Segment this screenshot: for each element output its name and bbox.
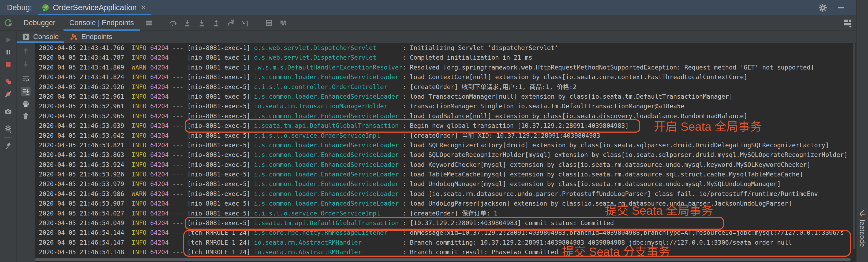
divider [257,18,257,28]
debug-label: Debug: [7,3,32,12]
tab-console[interactable]: Console [17,31,64,43]
scroll-to-end-icon[interactable] [21,87,31,96]
divider [161,18,161,28]
log-line: 2020-04-05 21:46:52.961 INFO 64204 --- [… [39,92,848,101]
restore-layout-icon[interactable] [843,18,852,28]
clear-all-icon[interactable] [21,111,31,121]
log-line: 2020-04-05 21:46:52.961 INFO 64204 --- [… [39,101,848,111]
log-line: 2020-04-05 21:46:53.821 INFO 64204 --- [… [39,140,848,150]
leetcode-label: leetcode [858,220,866,247]
leetcode-tool-button[interactable]: leetcode [858,209,866,247]
step-over-icon[interactable] [168,19,177,27]
soft-wrap-icon[interactable] [21,74,31,84]
log-line: 2020-04-05 21:46:52.926 INFO 64204 --- [… [39,82,848,92]
thread-dump-camera-icon[interactable] [3,107,13,116]
run-config-tab[interactable]: OrderServiceApplication ✕ [38,0,151,15]
step-into-icon[interactable] [183,19,191,27]
menu-icon[interactable] [145,19,153,27]
step-out-icon[interactable] [212,19,220,27]
log-line: 2020-04-05 21:46:53.986 WARN 64204 --- [… [39,189,848,199]
settings-gear-icon[interactable] [818,3,827,12]
tab-debugger[interactable]: Debugger [17,15,62,31]
console-icon [22,33,30,41]
resume-icon[interactable] [3,35,13,45]
titlebar: Debug: OrderServiceApplication ✕ [0,0,856,15]
stop-icon[interactable] [3,60,13,69]
log-line: 2020-04-05 21:46:53.924 INFO 64204 --- [… [39,160,848,170]
divider [4,103,12,103]
endpoints-icon [69,33,78,41]
log-line: 2020-04-05 21:46:53.926 INFO 64204 --- [… [39,170,848,179]
console-output[interactable]: 2020-04-05 21:43:41.766 INFO 64204 --- [… [35,43,856,262]
log-line: 2020-04-05 21:46:53.987 INFO 64204 --- [… [39,199,848,208]
spring-boot-run-icon [41,3,50,12]
debugger-strip [0,31,17,262]
vertical-scrollbar[interactable] [853,43,856,249]
debugger-settings-gear-icon[interactable] [3,124,13,134]
log-line: 2020-04-05 21:46:54.049 INFO 64204 --- [… [39,218,848,228]
down-stack-icon[interactable] [21,59,31,68]
log-line: 2020-04-05 21:46:54.148 INFO 64204 --- [… [39,247,848,257]
console-strip [17,43,35,262]
pin-tab-icon[interactable] [3,142,13,151]
annotation-begin-global-tx: 开启 Seata 全局事务 [654,117,762,134]
right-tool-strip: leetcode [856,0,868,262]
log-line: 2020-04-05 21:43:41.809 WARN 64204 --- [… [39,63,848,72]
log-line: 2020-04-05 21:43:41.787 INFO 64204 --- [… [39,53,848,62]
mute-breakpoints-icon[interactable] [3,89,13,99]
log-line: 2020-04-05 21:46:53.979 INFO 64204 --- [… [39,179,848,189]
log-lines: 2020-04-05 21:43:41.766 INFO 64204 --- [… [39,43,848,257]
tab-endpoints[interactable]: Endpoints [64,31,118,43]
annotation-commit-global-tx: 提交 Seata 全局事务 [605,201,713,218]
print-icon[interactable] [21,99,31,109]
log-line: 2020-04-05 21:46:54.027 INFO 64204 --- [… [39,209,848,218]
up-stack-icon[interactable] [21,46,31,56]
rerun-icon[interactable] [4,18,13,28]
divider [4,73,12,73]
close-icon[interactable]: ✕ [141,3,146,12]
run-to-cursor-icon[interactable] [241,19,249,27]
horizontal-scrollbar[interactable] [35,258,850,261]
log-line: 2020-04-05 21:46:53.863 INFO 64204 --- [… [39,150,848,160]
log-line: 2020-04-05 21:46:54.147 INFO 64204 --- [… [39,238,848,247]
minimize-icon[interactable] [836,3,845,12]
log-line: 2020-04-05 21:46:54.144 INFO 64204 --- [… [39,228,848,237]
tab-console-endpoints[interactable]: Console | Endpoints [62,15,141,31]
toolbar: Debugger Console | Endpoints [0,15,856,31]
trace-settings-icon[interactable] [279,19,288,27]
reset-frame-icon[interactable] [226,19,235,27]
console-subtabs: Console Endpoints [17,31,856,43]
leetcode-icon [858,209,866,218]
annotation-commit-branch-tx: 提交 Seata 分支事务 [562,242,670,259]
force-step-into-icon[interactable] [197,19,206,27]
pause-icon[interactable] [3,47,13,57]
divider [4,120,12,120]
debug-tool-window: Debug: OrderServiceApplication ✕ [0,0,868,262]
log-line: 2020-04-05 21:43:41.824 INFO 64204 --- [… [39,72,848,82]
log-line: 2020-04-05 21:43:41.766 INFO 64204 --- [… [39,43,848,53]
run-config-title: OrderServiceApplication [53,3,137,12]
view-breakpoints-icon[interactable] [3,77,13,87]
evaluate-expression-icon[interactable] [265,19,273,27]
